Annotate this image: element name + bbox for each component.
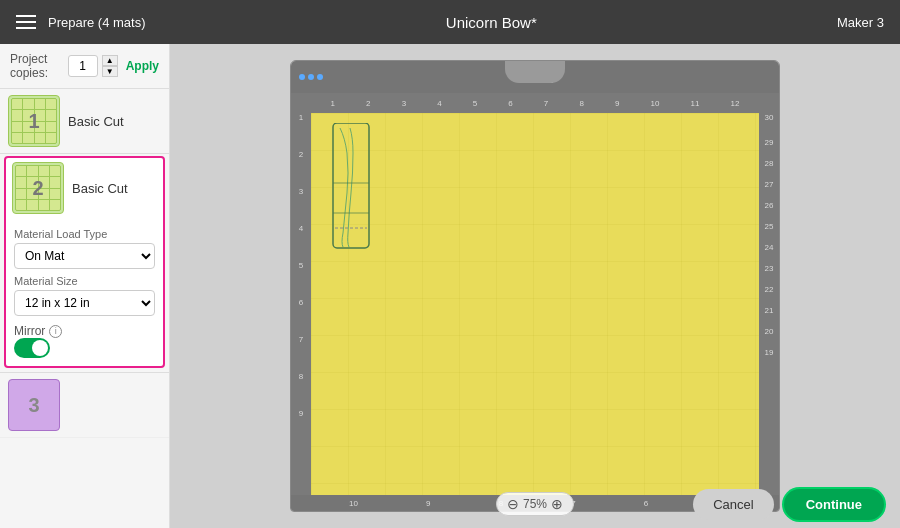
mat-2-header: 2 Basic Cut bbox=[6, 158, 163, 216]
dot-1 bbox=[299, 74, 305, 80]
zoom-increase-icon[interactable]: ⊕ bbox=[551, 496, 563, 512]
ruler-num-l2: 2 bbox=[299, 150, 303, 159]
ruler-num-l6: 6 bbox=[299, 298, 303, 307]
mat-hanger bbox=[505, 61, 565, 83]
mat-thumb-2: 2 bbox=[12, 162, 64, 214]
mat-thumb-1: 1 bbox=[8, 95, 60, 147]
material-size-select[interactable]: 12 in x 12 in 12 in x 24 in bbox=[14, 290, 155, 316]
mirror-row: Mirror i bbox=[14, 324, 155, 338]
ruler-r-12: 19 bbox=[765, 348, 774, 357]
mat-item-2-active[interactable]: 2 Basic Cut Material Load Type On Mat Wi… bbox=[4, 156, 165, 368]
ruler-t10: 10 bbox=[650, 99, 659, 108]
ruler-r-7: 24 bbox=[765, 243, 774, 252]
sidebar: Project copies: ▲ ▼ Apply bbox=[0, 44, 170, 528]
header-left: Prepare (4 mats) bbox=[16, 15, 146, 30]
ruler-t8: 8 bbox=[579, 99, 583, 108]
mirror-toggle[interactable] bbox=[14, 338, 50, 358]
cancel-button[interactable]: Cancel bbox=[693, 489, 773, 520]
continue-button[interactable]: Continue bbox=[784, 489, 884, 520]
right-ruler: 30 29 28 27 26 25 24 23 22 21 20 19 bbox=[759, 93, 779, 495]
ruler-t1: 1 bbox=[331, 99, 335, 108]
material-size-label: Material Size bbox=[14, 275, 155, 287]
ruler-num-l9: 9 bbox=[299, 409, 303, 418]
mat-center: 1 2 3 4 5 6 7 8 9 10 11 12 bbox=[311, 93, 759, 495]
ruler-t11: 11 bbox=[690, 99, 699, 108]
bot-r-1: 10 bbox=[349, 499, 358, 508]
ruler-r-top: 30 bbox=[765, 113, 774, 122]
copies-stepper: ▲ ▼ bbox=[102, 55, 118, 77]
ruler-r-2: 29 bbox=[765, 138, 774, 147]
ruler-r-9: 22 bbox=[765, 285, 774, 294]
apply-button[interactable]: Apply bbox=[126, 59, 159, 73]
footer: Cancel Continue bbox=[677, 481, 900, 528]
ruler-num-l7: 7 bbox=[299, 335, 303, 344]
copies-increment[interactable]: ▲ bbox=[102, 55, 118, 66]
ruler-t9: 9 bbox=[615, 99, 619, 108]
mat-item-3[interactable]: 3 bbox=[0, 372, 169, 438]
mat-indicator-dots bbox=[299, 74, 323, 80]
mat-wrapper: cricut 1 2 3 4 5 bbox=[290, 60, 780, 512]
dot-2 bbox=[308, 74, 314, 80]
project-copies-bar: Project copies: ▲ ▼ Apply bbox=[0, 44, 169, 89]
mat-grid bbox=[311, 113, 759, 495]
ruler-t7: 7 bbox=[544, 99, 548, 108]
ruler-t3: 3 bbox=[402, 99, 406, 108]
mat-number-2: 2 bbox=[32, 177, 43, 200]
zoom-bar: ⊖ 75% ⊕ bbox=[496, 492, 574, 516]
project-copies-label: Project copies: bbox=[10, 52, 60, 80]
ruler-r-10: 21 bbox=[765, 306, 774, 315]
canvas-area: cricut 1 2 3 4 5 bbox=[170, 44, 900, 528]
app-title: Unicorn Bow* bbox=[446, 14, 537, 31]
ruler-num-l5: 5 bbox=[299, 261, 303, 270]
page-title: Prepare (4 mats) bbox=[48, 15, 146, 30]
copies-input[interactable] bbox=[68, 55, 98, 77]
mirror-label: Mirror i bbox=[14, 324, 62, 338]
copies-input-row: ▲ ▼ bbox=[68, 55, 118, 77]
mirror-info-icon[interactable]: i bbox=[49, 325, 62, 338]
device-label: Maker 3 bbox=[837, 15, 884, 30]
ruler-t12: 12 bbox=[730, 99, 739, 108]
copies-decrement[interactable]: ▼ bbox=[102, 66, 118, 77]
header: Prepare (4 mats) Unicorn Bow* Maker 3 bbox=[0, 0, 900, 44]
cut-design bbox=[325, 123, 385, 253]
ruler-t5: 5 bbox=[473, 99, 477, 108]
svg-rect-1 bbox=[333, 123, 369, 248]
zoom-decrease-icon[interactable]: ⊖ bbox=[507, 496, 519, 512]
mat-label-2: Basic Cut bbox=[72, 181, 128, 196]
mat-item-1[interactable]: 1 Basic Cut bbox=[0, 89, 169, 154]
ruler-r-3: 28 bbox=[765, 159, 774, 168]
mat-2-settings: Material Load Type On Mat Without Mat Ma… bbox=[6, 216, 163, 366]
top-ruler: 1 2 3 4 5 6 7 8 9 10 11 12 bbox=[311, 93, 759, 113]
ruler-r-11: 20 bbox=[765, 327, 774, 336]
ruler-num-l8: 8 bbox=[299, 372, 303, 381]
hamburger-icon[interactable] bbox=[16, 15, 36, 29]
mat-label-1: Basic Cut bbox=[68, 114, 124, 129]
ruler-r-6: 25 bbox=[765, 222, 774, 231]
mat-thumb-3: 3 bbox=[8, 379, 60, 431]
ruler-num-l1: 1 bbox=[299, 113, 303, 122]
ruler-r-4: 27 bbox=[765, 180, 774, 189]
ruler-num-l4: 4 bbox=[299, 224, 303, 233]
mat-number-1: 1 bbox=[28, 110, 39, 133]
bot-r-2: 9 bbox=[426, 499, 430, 508]
mat-number-3: 3 bbox=[28, 394, 39, 417]
ruler-num-l3: 3 bbox=[299, 187, 303, 196]
material-load-label: Material Load Type bbox=[14, 228, 155, 240]
mat-list: 1 Basic Cut 2 Basic Cu bbox=[0, 89, 169, 528]
left-ruler: 1 2 3 4 5 6 7 8 9 bbox=[291, 93, 311, 495]
cricut-mat: cricut 1 2 3 4 5 bbox=[290, 60, 780, 512]
ruler-r-8: 23 bbox=[765, 264, 774, 273]
bot-r-5: 6 bbox=[644, 499, 648, 508]
mat-top-bar: cricut bbox=[291, 61, 779, 93]
mat-body: 1 2 3 4 5 6 7 8 9 1 bbox=[291, 93, 779, 495]
ruler-t2: 2 bbox=[366, 99, 370, 108]
ruler-t6: 6 bbox=[508, 99, 512, 108]
zoom-level: 75% bbox=[523, 497, 547, 511]
ruler-t4: 4 bbox=[437, 99, 441, 108]
main-layout: Project copies: ▲ ▼ Apply bbox=[0, 44, 900, 528]
material-load-select[interactable]: On Mat Without Mat bbox=[14, 243, 155, 269]
ruler-r-5: 26 bbox=[765, 201, 774, 210]
dot-3 bbox=[317, 74, 323, 80]
